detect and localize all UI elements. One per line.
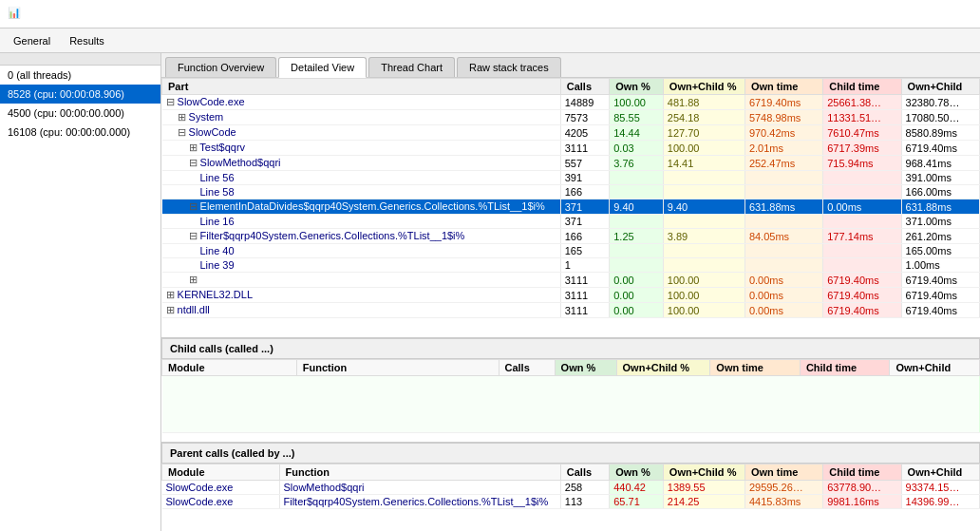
cell-ownchild-pct: 14.41 — [663, 156, 744, 171]
cell-ownchild-pct: 100.00 — [663, 303, 744, 318]
cell-ownchild-pct: 214.25 — [663, 494, 744, 508]
cell-ownchild: 631.88ms — [901, 199, 979, 215]
cell-calls: 4205 — [560, 125, 609, 141]
sidebar-item-16108[interactable]: 16108 (cpu: 00:00:00.000) — [0, 123, 160, 142]
app-icon: 📊 — [8, 7, 23, 22]
main-table: Part Calls Own % Own+Child % Own time Ch… — [161, 78, 980, 318]
child-col-child-time: Child time — [800, 359, 890, 375]
cell-own-time: 0.00ms — [744, 288, 822, 303]
cell-own-time — [744, 258, 822, 273]
cell-calls: 166 — [560, 185, 609, 199]
parent-col-function: Function — [279, 464, 560, 480]
child-col-function: Function — [296, 359, 499, 375]
cell-ownchild-pct: 3.89 — [663, 229, 744, 244]
cell-own-pct — [610, 185, 664, 199]
cell-own-time — [744, 171, 822, 185]
cell-own-time: 2.01ms — [744, 141, 822, 156]
sidebar-header — [0, 53, 160, 66]
cell-part: ⊞ Test$qqrv — [162, 141, 561, 156]
cell-part: ⊟ SlowCode — [162, 125, 561, 141]
cell-child-time — [823, 171, 901, 185]
cell-child-time — [823, 215, 901, 229]
cell-child-time: 177.14ms — [823, 229, 901, 244]
cell-calls: 3111 — [560, 288, 609, 303]
cell-ownchild: 165.00ms — [901, 244, 979, 258]
cell-own-pct: 0.03 — [610, 141, 664, 156]
child-calls-section: Child calls (called ...) Module Function… — [161, 338, 980, 443]
cell-own-time: 0.00ms — [744, 303, 822, 318]
main-table-container: Part Calls Own % Own+Child % Own time Ch… — [161, 78, 980, 338]
parent-col-calls: Calls — [560, 464, 609, 480]
cell-own-pct: 9.40 — [610, 199, 664, 215]
col-own-time: Own time — [744, 79, 822, 95]
cell-child-time: 63778.90… — [823, 480, 901, 494]
parent-col-own-pct: Own % — [610, 464, 664, 480]
cell-calls: 391 — [560, 171, 609, 185]
tab-raw-stack-traces[interactable]: Raw stack traces — [457, 57, 561, 77]
col-ownchild-pct: Own+Child % — [663, 79, 744, 95]
cell-own-pct: 85.55 — [610, 110, 664, 125]
cell-ownchild: 93374.15… — [901, 480, 979, 494]
sidebar-item-8528[interactable]: 8528 (cpu: 00:00:08.906) — [0, 85, 160, 104]
parent-col-own-time: Own time — [744, 464, 822, 480]
cell-own-pct: 0.00 — [610, 288, 664, 303]
maximize-button[interactable] — [917, 3, 944, 26]
parent-col-ownchild: Own+Child — [901, 464, 979, 480]
parent-col-ownchild-pct: Own+Child % — [663, 464, 744, 480]
cell-part: Line 40 — [162, 244, 561, 258]
cell-ownchild-pct: 1389.55 — [663, 480, 744, 494]
cell-own-pct — [610, 215, 664, 229]
child-col-calls: Calls — [499, 359, 555, 375]
cell-own-time: 252.47ms — [744, 156, 822, 171]
cell-own-pct: 65.71 — [610, 494, 664, 508]
main-container: 0 (all threads) 8528 (cpu: 00:00:08.906)… — [0, 53, 980, 531]
child-col-ownchild-pct: Own+Child % — [616, 359, 710, 375]
cell-ownchild: 17080.50… — [901, 110, 979, 125]
tab-detailed-view[interactable]: Detailed View — [278, 57, 367, 78]
minimize-button[interactable] — [889, 3, 915, 26]
tab-thread-chart[interactable]: Thread Chart — [368, 57, 455, 77]
cell-calls: 7573 — [560, 110, 609, 125]
cell-own-time: 6719.40ms — [744, 95, 822, 110]
cell-child-time — [823, 258, 901, 273]
child-calls-header: Child calls (called ...) — [161, 338, 980, 359]
tab-function-overview[interactable]: Function Overview — [165, 57, 276, 77]
cell-own-pct: 3.76 — [610, 156, 664, 171]
menu-results[interactable]: Results — [60, 31, 114, 50]
sidebar-item-4500[interactable]: 4500 (cpu: 00:00:00.000) — [0, 104, 160, 123]
cell-part: Line 56 — [162, 171, 561, 185]
cell-child-time: 9981.16ms — [823, 494, 901, 508]
cell-child-time: 7610.47ms — [823, 125, 901, 141]
cell-child-time: 11331.51… — [823, 110, 901, 125]
cell-part: ⊟ SlowMethod$qqri — [162, 156, 561, 171]
cell-part: ⊟ SlowCode.exe — [162, 95, 561, 110]
cell-ownchild-pct: 9.40 — [663, 199, 744, 215]
cell-own-pct — [610, 171, 664, 185]
cell-ownchild-pct — [663, 215, 744, 229]
close-button[interactable] — [946, 3, 972, 26]
cell-ownchild: 261.20ms — [901, 229, 979, 244]
cell-own-time — [744, 215, 822, 229]
sidebar-item-all[interactable]: 0 (all threads) — [0, 66, 160, 85]
cell-part: Line 16 — [162, 215, 561, 229]
cell-calls: 113 — [560, 494, 609, 508]
cell-part: ⊞ System — [162, 110, 561, 125]
child-col-own-time: Own time — [710, 359, 801, 375]
child-col-module: Module — [162, 359, 297, 375]
cell-part: ⊟ Filter$qqrp40System.Generics.Collectio… — [162, 229, 561, 244]
cell-ownchild: 1.00ms — [901, 258, 979, 273]
col-calls: Calls — [560, 79, 609, 95]
cell-child-time: 6719.40ms — [823, 288, 901, 303]
cell-calls: 14889 — [560, 95, 609, 110]
cell-calls: 557 — [560, 156, 609, 171]
cell-ownchild-pct: 481.88 — [663, 95, 744, 110]
menu-general[interactable]: General — [4, 31, 60, 50]
cell-child-time: 25661.38… — [823, 95, 901, 110]
title-bar: 📊 — [0, 0, 980, 28]
col-ownchild: Own+Child — [901, 79, 979, 95]
cell-child-time: 6717.39ms — [823, 141, 901, 156]
cell-calls: 166 — [560, 229, 609, 244]
cell-own-time: 4415.83ms — [744, 494, 822, 508]
cell-calls: 1 — [560, 258, 609, 273]
cell-ownchild: 6719.40ms — [901, 273, 979, 288]
